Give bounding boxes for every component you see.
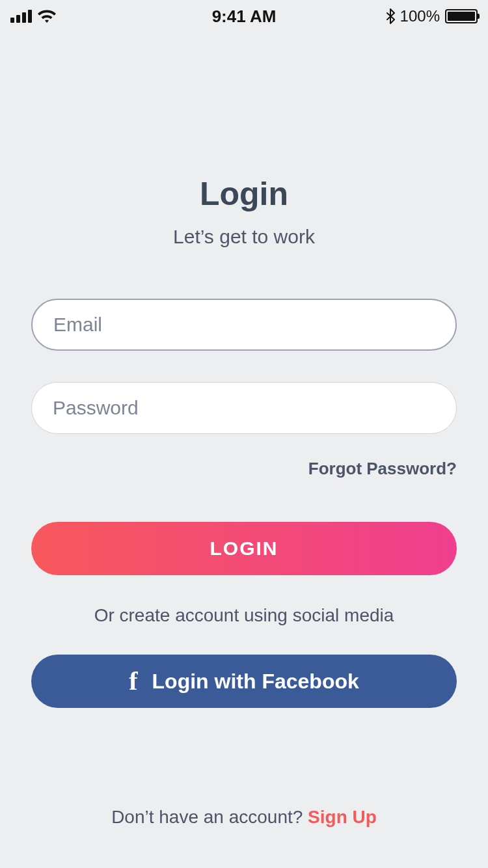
bluetooth-icon — [386, 8, 395, 24]
facebook-button-label: Login with Facebook — [152, 670, 359, 694]
status-left — [10, 9, 57, 23]
wifi-icon — [37, 9, 57, 23]
battery-percent: 100% — [400, 7, 440, 25]
status-bar: 9:41 AM 100% — [0, 0, 488, 29]
password-field[interactable] — [53, 397, 435, 419]
email-field-wrap[interactable] — [31, 299, 457, 351]
status-right: 100% — [386, 7, 478, 25]
battery-icon — [445, 9, 478, 23]
login-form: Forgot Password? LOGIN Or create account… — [31, 299, 457, 708]
forgot-password-link[interactable]: Forgot Password? — [308, 459, 457, 478]
login-with-facebook-button[interactable]: f Login with Facebook — [31, 655, 457, 708]
email-field[interactable] — [53, 314, 435, 336]
password-field-wrap[interactable] — [31, 382, 457, 434]
signup-prompt: Don’t have an account? — [111, 807, 308, 827]
header-block: Login Let’s get to work — [31, 175, 457, 248]
page-title: Login — [31, 175, 457, 213]
footer: Don’t have an account? Sign Up — [0, 807, 488, 828]
status-time: 9:41 AM — [212, 7, 277, 27]
signup-link[interactable]: Sign Up — [308, 807, 377, 827]
page-subtitle: Let’s get to work — [31, 226, 457, 248]
login-button[interactable]: LOGIN — [31, 522, 457, 575]
facebook-icon: f — [129, 668, 137, 694]
cellular-signal-icon — [10, 10, 32, 23]
social-prompt: Or create account using social media — [31, 605, 457, 626]
